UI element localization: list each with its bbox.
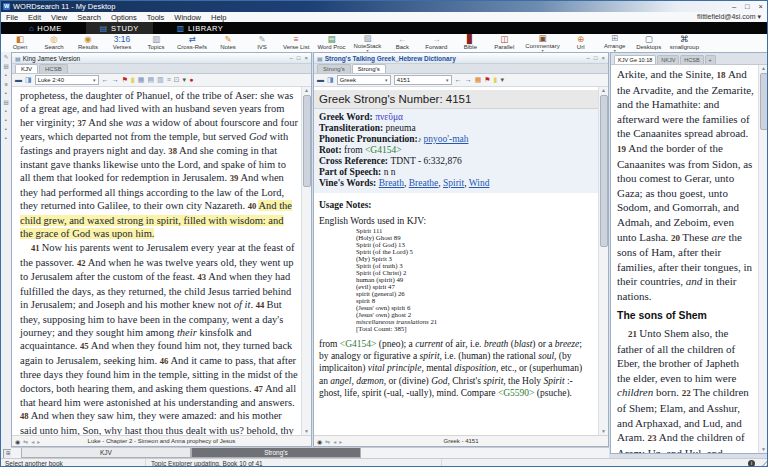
scroll-thumb[interactable] [600,95,608,247]
pane-tool-icon[interactable]: ← [102,76,109,84]
resize-grip[interactable] [760,460,768,467]
dock-strip-icon[interactable]: ▪ [5,118,7,123]
pane-tool-icon[interactable]: → [112,76,119,84]
window-control-button[interactable]: – [732,2,736,11]
pane-control-button[interactable]: × [304,55,308,61]
status-tool-icon[interactable]: ▸ [339,438,342,445]
pane-tool-icon[interactable]: → [465,76,472,84]
kjv-scrollbar[interactable]: ▲ ▼ [301,87,311,435]
pane-tool-icon[interactable]: ⚑ [484,76,490,84]
status-tool-icon[interactable]: ◂ [333,438,336,445]
pane-tool-icon[interactable]: ◨ [327,76,334,84]
bible-version-tab[interactable]: NKJV [657,55,679,64]
menu-item[interactable]: File [1,13,23,22]
status-tool-icon[interactable]: ⇆ [325,438,330,445]
bible-version-tab[interactable]: HCSB [680,55,703,64]
scroll-down-arrow[interactable]: ▼ [599,428,608,435]
pane-tool-icon[interactable]: ← [455,76,462,84]
pane-tool-icon[interactable]: ▦ [138,76,145,84]
text-link[interactable]: pnyoo'-mah [424,134,469,144]
scroll-thumb[interactable] [760,73,768,130]
menu-item[interactable]: View [46,13,72,22]
dock-strip-icon[interactable]: ▤ [3,100,8,105]
pane-tool-icon[interactable]: ▥ [157,76,164,84]
window-tab[interactable]: KJV [21,448,191,458]
toolbar-button[interactable]: ⊕ Url [564,34,598,52]
pane-tool-icon[interactable]: ▾ [500,76,504,84]
pane-tool-icon[interactable]: ● [189,76,193,84]
text-link[interactable]: Breathe [409,178,439,188]
text-link[interactable]: Breath [379,178,404,188]
strongs-ref-link[interactable]: <G4154> [340,339,377,349]
toolbar-button[interactable]: ◎ Search [37,34,71,52]
pane-tool-icon[interactable]: ▤ [147,76,154,84]
pane-control-button[interactable]: – [587,55,590,61]
pane-tool-icon[interactable]: ▾ [183,76,187,84]
toolbar-button[interactable]: ⌘ smallgroup [666,34,703,52]
window-control-button[interactable]: × [759,2,763,11]
toolbar-button[interactable]: ▊ Bible [453,34,487,52]
status-tool-icon[interactable]: ◉ [317,438,322,445]
dock-strip-icon[interactable]: ✎ [4,55,9,60]
toolbar-button[interactable]: ◧ Open [3,34,37,52]
toolbar-button[interactable]: ◉ Results [71,34,105,52]
strongs-ref-link[interactable]: <G4154> [365,145,402,155]
pane-control-button[interactable]: □ [594,55,598,61]
status-tool-icon[interactable]: ▸ [37,438,40,445]
pane-tool-icon[interactable]: ◨ [25,76,32,84]
toolbar-button[interactable]: ⊞ Arrange ▾ [598,34,632,52]
genesis-scrollbar[interactable]: ▲ ▼ [758,65,768,453]
ribbon-tab[interactable]: ▤ STUDY [86,22,153,34]
account-menu[interactable]: flittlefield@4si.com ▾ [697,13,768,21]
dock-strip-icon[interactable]: ▪ [5,127,7,132]
strongs-scrollbar[interactable]: ▲ ▼ [598,87,608,435]
toolbar-button[interactable]: ≡ Verse List [279,34,313,52]
text-link[interactable]: Spirit [443,178,464,188]
language-select[interactable]: Greek ▾ [337,75,391,85]
menu-item[interactable]: Tools [142,13,170,22]
info-icon[interactable]: i [748,460,755,467]
bible-version-tab[interactable]: KJV Ge 10:18 [614,55,656,64]
window-tab[interactable]: Strong's [191,448,361,458]
menu-item[interactable]: Edit [23,13,46,22]
bible-version-tab[interactable]: + [705,55,716,64]
pane-control-button[interactable]: □ [297,55,301,61]
scroll-down-arrow[interactable]: ▼ [759,446,768,453]
kjv-text-area[interactable]: prophetess, the daughter of Phanuel, of … [12,87,311,435]
scroll-down-arrow[interactable]: ▼ [302,428,311,435]
status-tool-icon[interactable]: ◂ [31,438,34,445]
bible-version-tab[interactable]: KJV [15,64,38,73]
toolbar-button[interactable]: 3:16 Verses [105,34,139,52]
toolbar-button[interactable]: ▤ Word Proc [313,34,349,52]
window-control-button[interactable]: □ [745,2,750,11]
pane-control-button[interactable]: – [290,55,293,61]
strongs-ref-link[interactable]: <G5590> [498,388,535,398]
strongs-number-input[interactable]: 4151 ▾ [394,75,452,85]
text-link[interactable]: Wind [469,178,490,188]
dock-strip-icon[interactable]: ▪ [5,136,7,141]
pane-tool-icon[interactable]: ▮ [131,76,135,84]
pane-control-button[interactable]: × [601,55,605,61]
dock-strip-icon[interactable]: ≡ [4,82,7,87]
dock-strip-icon[interactable]: ▪ [5,73,7,78]
scroll-up-arrow[interactable]: ▲ [759,65,768,72]
dock-strip-icon[interactable]: ▤ [3,64,8,69]
verse-reference-select[interactable]: Luke 2:40 ▾ [35,75,99,85]
scroll-up-arrow[interactable]: ▲ [599,87,608,94]
pane-tool-icon[interactable]: ≡ [167,76,171,84]
status-tool-icon[interactable]: ⇆ [23,438,28,445]
ribbon-tab[interactable]: ⌂ HOME [15,22,76,34]
toolbar-button[interactable]: ✎ Notes [211,34,245,52]
dictionary-tab[interactable]: Strong's [317,64,351,73]
dock-strip-icon[interactable]: ▪ [5,91,7,96]
toolbar-button[interactable]: → Forward [419,34,453,52]
strongs-pane-title-bar[interactable]: ▤ Strong's Talking Greek_Hebrew Dictiona… [314,53,608,64]
dock-strip-icon[interactable]: ▪ [5,109,7,114]
pane-tool-icon[interactable]: ▬ [15,76,22,84]
bible-version-tab[interactable]: HCSB [39,64,68,73]
menu-item[interactable]: Options [106,13,142,22]
pane-tool-icon[interactable]: ⚑ [122,76,128,84]
menu-item[interactable]: Search [72,13,106,22]
toolbar-button[interactable]: ◫ Parallel [487,34,521,52]
scroll-up-arrow[interactable]: ▲ [302,87,311,94]
